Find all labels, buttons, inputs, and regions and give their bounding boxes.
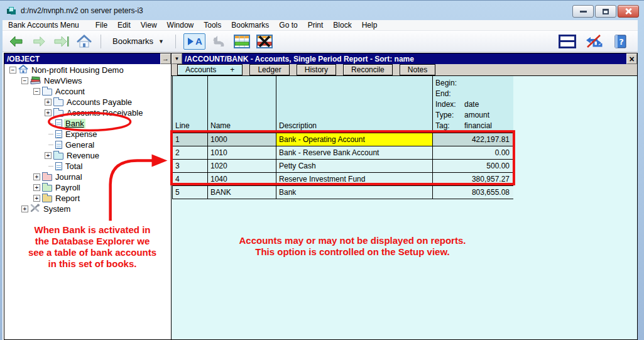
report-close-button[interactable]: × bbox=[626, 53, 637, 64]
tree-item-system[interactable]: + System bbox=[21, 204, 72, 214]
cell-name[interactable]: 1010 bbox=[208, 146, 276, 159]
bookmarks-dropdown[interactable]: Bookmarks ▼ bbox=[109, 33, 168, 50]
back-button[interactable] bbox=[8, 33, 25, 50]
forward-arrow-icon bbox=[32, 35, 46, 48]
tree-item-nonprofit-housing-demo[interactable]: − Non-profit Housing Demo bbox=[9, 65, 125, 75]
tree-item-payroll[interactable]: + Payroll bbox=[33, 182, 82, 193]
close-button[interactable] bbox=[618, 5, 639, 18]
tree-label: Bank bbox=[64, 119, 85, 128]
cell-name[interactable]: 1040 bbox=[208, 173, 276, 185]
menu-tools[interactable]: Tools bbox=[204, 21, 221, 30]
tree-item-report[interactable]: + Report bbox=[33, 193, 81, 204]
menu-edit[interactable]: Edit bbox=[117, 21, 131, 30]
minimize-button[interactable] bbox=[572, 5, 594, 18]
cell-description[interactable]: Petty Cash bbox=[276, 160, 432, 172]
menu-go-to[interactable]: Go to bbox=[279, 21, 297, 30]
tree-connector bbox=[48, 134, 53, 134]
menu-help[interactable]: Help bbox=[362, 21, 378, 30]
cell-name[interactable]: 1020 bbox=[208, 160, 276, 172]
cell-amount[interactable]: 380,957.27 bbox=[433, 173, 513, 185]
tab-plus[interactable]: + bbox=[230, 65, 234, 74]
main-area: /OBJECT → − Non-profit Housing Demo − Ne… bbox=[3, 52, 638, 340]
tree-item-accounts-payable[interactable]: + Accounts Payable bbox=[45, 97, 133, 107]
report-dropdown-button[interactable]: ▼ bbox=[172, 53, 182, 64]
cell-amount[interactable]: 422,197.81 bbox=[433, 133, 513, 146]
menu-bank-accounts-menu[interactable]: Bank Accounts Menu bbox=[8, 21, 79, 30]
explorer-expand-button[interactable]: → bbox=[160, 53, 171, 64]
cell-description-active[interactable]: Bank - Operating Account bbox=[276, 133, 432, 146]
toolbar: Bookmarks ▼ A bbox=[3, 31, 638, 52]
menu-block[interactable]: Block bbox=[333, 21, 351, 30]
menu-bar: Bank Accounts Menu File Edit View Window… bbox=[3, 20, 638, 31]
cell-line[interactable]: 3 bbox=[173, 160, 207, 172]
cell-line[interactable]: 5 bbox=[173, 186, 207, 199]
meta-tag-value: financial bbox=[464, 121, 492, 131]
expand-icon[interactable]: + bbox=[21, 206, 28, 212]
cell-line[interactable]: 4 bbox=[173, 173, 207, 185]
tree-item-journal[interactable]: + Journal bbox=[33, 172, 84, 182]
insert-row-button[interactable] bbox=[233, 33, 251, 50]
collapse-icon[interactable]: − bbox=[21, 77, 28, 84]
tab-notes[interactable]: Notes bbox=[400, 64, 435, 75]
tab-ledger[interactable]: Ledger bbox=[249, 64, 289, 75]
cell-amount[interactable]: 803,655.08 bbox=[433, 186, 513, 199]
tree-label: Journal bbox=[54, 172, 84, 182]
run-block-button[interactable]: A bbox=[183, 33, 205, 50]
menu-window[interactable]: Window bbox=[167, 21, 194, 30]
cell-line[interactable]: 2 bbox=[173, 146, 207, 159]
column-header-name: Name bbox=[208, 76, 276, 133]
collapse-icon[interactable]: − bbox=[9, 67, 16, 74]
collapse-icon[interactable]: − bbox=[33, 88, 40, 95]
split-window-button[interactable] bbox=[559, 33, 576, 50]
cell-description[interactable]: Bank - Reserve Bank Account bbox=[276, 146, 432, 159]
expand-icon[interactable]: + bbox=[45, 152, 52, 159]
tree-label: Payroll bbox=[54, 183, 82, 192]
maximize-button[interactable] bbox=[595, 5, 616, 18]
expand-icon[interactable]: + bbox=[45, 99, 52, 106]
table-row: 4 1040 Reserve Investment Fund 380,957.2… bbox=[173, 173, 513, 185]
menu-file[interactable]: File bbox=[96, 21, 107, 30]
tools-icon bbox=[30, 204, 40, 214]
home-button[interactable] bbox=[75, 33, 93, 50]
title-bar: d:/nv2/nvnph.nv2 on server peters-i3 bbox=[0, 1, 644, 20]
tree-item-account[interactable]: − Account bbox=[33, 86, 86, 97]
tab-strip: Accounts + Ledger History Reconcile Note… bbox=[172, 64, 637, 76]
cell-line[interactable]: 1 bbox=[173, 133, 207, 146]
forward-button[interactable] bbox=[30, 33, 48, 50]
forward-end-button[interactable] bbox=[53, 33, 70, 50]
tree-item-expense[interactable]: Expense bbox=[48, 129, 99, 140]
cell-description[interactable]: Bank bbox=[276, 186, 432, 199]
cell-name[interactable]: BANK bbox=[208, 186, 276, 199]
tree-item-newviews[interactable]: − NewViews bbox=[21, 75, 83, 86]
tree-label: Accounts Payable bbox=[65, 97, 133, 107]
meta-begin-label: Begin: bbox=[435, 78, 464, 89]
menu-print[interactable]: Print bbox=[308, 21, 324, 30]
tree-label: System bbox=[42, 204, 72, 214]
tree-item-revenue[interactable]: + Revenue bbox=[45, 150, 101, 161]
transfer-button[interactable] bbox=[585, 33, 603, 50]
cell-description[interactable]: Reserve Investment Fund bbox=[276, 173, 432, 185]
meta-end-label: End: bbox=[435, 89, 464, 99]
help-button[interactable]: ? bbox=[611, 33, 629, 50]
house-icon bbox=[18, 65, 28, 75]
tab-accounts[interactable]: Accounts + bbox=[177, 64, 243, 75]
undo-button[interactable] bbox=[210, 33, 228, 50]
expand-icon[interactable]: + bbox=[33, 195, 40, 202]
expand-icon[interactable]: + bbox=[45, 109, 52, 116]
tree-item-bank[interactable]: Bank bbox=[48, 118, 85, 129]
tab-history[interactable]: History bbox=[297, 64, 336, 75]
menu-view[interactable]: View bbox=[141, 21, 157, 30]
menu-bookmarks[interactable]: Bookmarks bbox=[231, 21, 269, 30]
tree-item-accounts-receivable[interactable]: + Accounts Receivable bbox=[45, 107, 144, 118]
expand-icon[interactable]: + bbox=[33, 173, 40, 180]
cell-amount[interactable]: 0.00 bbox=[433, 146, 513, 159]
delete-row-button[interactable] bbox=[256, 33, 273, 50]
tab-reconcile[interactable]: Reconcile bbox=[343, 64, 393, 75]
maximize-icon bbox=[603, 9, 609, 14]
cell-amount[interactable]: 500.00 bbox=[433, 160, 513, 172]
cell-name[interactable]: 1000 bbox=[208, 133, 276, 146]
tree-item-general[interactable]: General bbox=[48, 140, 96, 150]
tree-item-total[interactable]: Total bbox=[48, 161, 84, 172]
play-icon bbox=[187, 37, 194, 46]
expand-icon[interactable]: + bbox=[33, 184, 40, 191]
